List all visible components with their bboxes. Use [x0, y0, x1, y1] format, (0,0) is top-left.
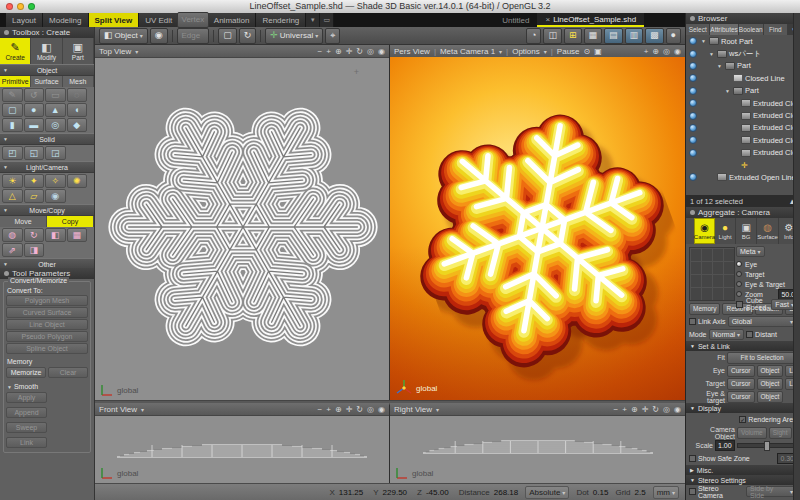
browser-tree-row[interactable]: ▼ wsパート — [686, 47, 800, 59]
viewport-zoom-control[interactable]: ✛ — [642, 405, 649, 414]
viewport-zoom-control[interactable]: ✛ — [346, 405, 353, 414]
sweep-solid-icon[interactable]: ◲ — [45, 146, 66, 160]
eye-target-set-button[interactable]: Cursor — [727, 391, 755, 403]
sphere-icon[interactable]: ● — [24, 103, 45, 117]
visibility-ball-icon[interactable] — [689, 50, 697, 58]
section-stereo[interactable]: ▼ Stereo Settings — [686, 475, 800, 485]
right-view-label[interactable]: Right View — [394, 405, 432, 414]
visibility-ball-icon[interactable] — [689, 173, 697, 181]
browser-tree-row[interactable]: Extruded Closed — [686, 109, 800, 121]
tab-overflow-button[interactable]: ▾ — [306, 13, 320, 27]
viewport-zoom-control[interactable]: ◎ — [663, 47, 670, 56]
sun-light-icon[interactable]: ☀ — [2, 174, 23, 188]
toolbox-tab-modify[interactable]: ◧ Modify — [31, 38, 62, 64]
pers-view-canvas[interactable]: global — [390, 57, 685, 400]
revolve-solid-icon[interactable]: ◱ — [24, 146, 45, 160]
viewport-zoom-control[interactable]: ◉ — [674, 405, 681, 414]
preview-render-button[interactable]: ● — [666, 28, 681, 44]
mode-tab[interactable]: UV Edit — [139, 13, 179, 27]
mirror-copy-icon[interactable]: ⇗ — [2, 243, 23, 257]
box-icon[interactable]: ▮ — [2, 118, 23, 132]
eye-set-button[interactable]: Cursor — [727, 365, 755, 377]
browser-tab[interactable]: Attributes — [710, 24, 738, 35]
aggregate-tab-light[interactable]: ● Light — [715, 218, 736, 244]
front-view-canvas[interactable]: global — [95, 415, 389, 483]
pers-chat-icon[interactable]: ▣ — [594, 47, 602, 56]
viewport-zoom-control[interactable]: − — [318, 405, 323, 414]
toolbox-tab-create[interactable]: ✎ Create — [0, 38, 31, 64]
doc-tab-active[interactable]: × LineOffset_Sample.shd — [537, 13, 644, 27]
section-set-link[interactable]: ▼ Set & Link — [686, 341, 800, 351]
browser-tree-row[interactable]: ✛ — [686, 159, 800, 171]
viewport-zoom-control[interactable]: + — [326, 405, 331, 414]
viewport-zoom-control[interactable]: ↻ — [356, 47, 363, 56]
render-sphere-button[interactable]: ◔ — [526, 28, 541, 44]
copy-settings-button[interactable]: ◫ — [543, 28, 562, 44]
link-axis-dropdown[interactable]: Global ▾ — [728, 316, 797, 327]
visibility-ball-icon[interactable] — [689, 149, 697, 157]
object-type-tab[interactable]: Surface — [31, 76, 62, 87]
link-axis-checkbox[interactable] — [689, 318, 696, 325]
viewport-zoom-control[interactable]: ↻ — [652, 405, 659, 414]
browser-tree-row[interactable]: ▼ Part — [686, 60, 800, 72]
aggregate-tab-camera[interactable]: ◉ Camera — [694, 218, 715, 244]
section-misc[interactable]: ▶ Misc. — [686, 465, 800, 475]
right-panel-scrollbar[interactable] — [793, 13, 800, 500]
pen-tool-icon[interactable]: ✎ — [2, 88, 23, 102]
viewport-zoom-control[interactable]: ⊕ — [631, 405, 638, 414]
eye-target-set-button[interactable]: Object — [757, 391, 784, 403]
camera-target-radio[interactable]: Eye — [736, 259, 798, 269]
camera-icon[interactable]: ◉ — [45, 189, 66, 203]
visibility-ball-icon[interactable] — [689, 37, 697, 45]
twist-icon[interactable]: ▼ — [700, 38, 707, 44]
pers-pause-button[interactable]: Pause — [557, 47, 580, 56]
unit-dropdown[interactable]: mm ▾ — [653, 486, 679, 499]
browser-header[interactable]: Browser — [686, 13, 800, 24]
visibility-ball-icon[interactable] — [689, 99, 697, 107]
twist-icon[interactable]: ▼ — [708, 51, 715, 57]
cylinder-icon[interactable]: ▬ — [24, 118, 45, 132]
scale-slider-knob[interactable] — [764, 441, 770, 451]
twist-icon[interactable]: ▼ — [724, 88, 731, 94]
viewport-zoom-control[interactable]: ◎ — [367, 47, 374, 56]
browser-tree-row[interactable]: Closed Line — [686, 72, 800, 84]
array-copy-icon[interactable]: ▦ — [67, 228, 88, 242]
mode-tab[interactable]: Animation — [208, 13, 257, 27]
browser-tab[interactable]: Find — [764, 24, 788, 35]
memory-button[interactable]: Memorize — [6, 367, 46, 378]
camera-target-radio[interactable]: Target — [736, 269, 798, 279]
rectangle-tool-icon[interactable]: ▭ — [45, 88, 66, 102]
scale-slider[interactable] — [737, 443, 797, 448]
minimize-window-button[interactable] — [17, 3, 24, 10]
toolbox-header[interactable]: Toolbox : Create — [0, 27, 94, 38]
pers-view-label[interactable]: Pers View — [394, 47, 430, 56]
visibility-ball-icon[interactable] — [689, 112, 697, 120]
cone-icon[interactable]: ▲ — [45, 103, 66, 117]
marquee-select-button[interactable]: ▢ — [218, 28, 237, 44]
mode-tab[interactable]: Layout — [6, 13, 43, 27]
browser-tree-row[interactable]: Extruded Closed — [686, 147, 800, 159]
cube-icon[interactable]: ◆ — [67, 118, 88, 132]
rounded-box-icon[interactable]: ▢ — [2, 103, 23, 117]
section-solid[interactable]: ▼ Solid — [0, 133, 94, 145]
visibility-ball-icon[interactable] — [689, 136, 697, 144]
spot-light-icon[interactable]: ✦ — [24, 174, 45, 188]
camera-meta-dropdown[interactable]: Meta ▾ — [736, 246, 765, 257]
stereo-camera-checkbox[interactable] — [689, 488, 696, 495]
target-set-button[interactable]: Object — [757, 378, 784, 390]
viewport-zoom-control[interactable]: − — [614, 405, 619, 414]
top-view-label[interactable]: Top View — [99, 47, 131, 56]
directional-light-icon[interactable]: ✧ — [45, 174, 66, 188]
object-mode-button[interactable]: ◧ Object ▾ — [99, 28, 148, 44]
universal-manipulator-button[interactable]: ✛ Universal ▾ — [265, 28, 323, 44]
viewport-zoom-control[interactable]: − — [318, 47, 323, 56]
camera-mode-dropdown[interactable]: Normal ▾ — [709, 329, 745, 340]
camera-mode-button[interactable]: ◉ — [150, 28, 168, 44]
scale-value-field[interactable]: 1.00 — [715, 440, 735, 451]
section-move-copy[interactable]: ▼ Move/Copy — [0, 204, 94, 216]
eye-set-button[interactable]: Object — [757, 365, 784, 377]
viewport-zoom-control[interactable]: + — [644, 47, 649, 56]
area-light-icon[interactable]: ▱ — [24, 189, 45, 203]
close-doc-icon[interactable]: × — [545, 15, 550, 24]
camera-target-radio[interactable]: Eye & Target — [736, 279, 798, 289]
